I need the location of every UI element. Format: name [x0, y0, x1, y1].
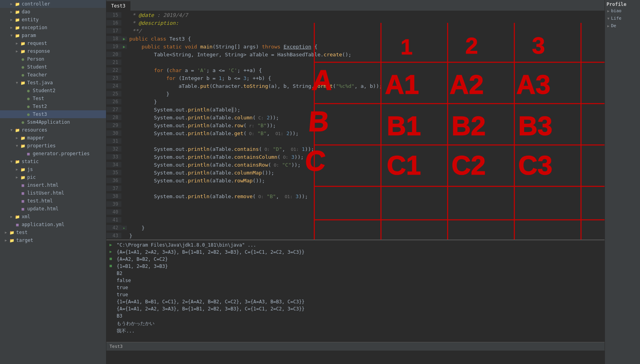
tree-arrow: ▶	[14, 167, 20, 171]
tree-item-request[interactable]: ▶ 📁 request	[0, 39, 106, 47]
line-content: System.out.println(aTable.rowMap());	[127, 178, 605, 184]
line-number: 36	[106, 178, 121, 183]
tree-arrow: ▼	[14, 81, 20, 85]
tree-item-exception[interactable]: ▶ 📁 exception	[0, 24, 106, 32]
console-line-gutter: ▶	[106, 249, 115, 254]
line-gutter: ▶	[121, 45, 127, 49]
line-number: 32	[106, 146, 121, 152]
tree-label: request	[27, 41, 47, 46]
line-number: 20	[106, 52, 121, 57]
tree-item-js[interactable]: ▶ 📁 js	[0, 165, 106, 173]
tree-item-Test[interactable]: ● Test	[0, 95, 106, 102]
tree-item-Student[interactable]: ● Student	[0, 63, 106, 71]
folder-icon: 📁	[14, 1, 20, 7]
folder-icon: 📁	[20, 40, 26, 46]
line-number: 22	[106, 67, 121, 73]
java-icon: ●	[20, 72, 26, 78]
console-line-gutter: ■	[106, 256, 115, 261]
profile-header: Profile	[605, 0, 640, 7]
tree-label: insert.html	[27, 182, 58, 188]
bottom-filename: Test3	[110, 344, 123, 349]
tree-arrow: ▶	[14, 175, 20, 179]
tree-item-Student2[interactable]: ● Student2	[0, 87, 106, 95]
run-icon: ▶	[110, 242, 112, 247]
line-number: 41	[106, 217, 121, 223]
tree-item-static[interactable]: ▼ 📁 static	[0, 158, 106, 165]
line-content: System.out.println(aTable.remove( O: "B"…	[127, 193, 605, 199]
tree-arrow: ▶	[9, 18, 14, 22]
tree-item-test[interactable]: ▶ 📁 test	[0, 228, 106, 236]
tree-item-Testjava[interactable]: ▼ 📁 Test.java	[0, 79, 106, 87]
line-content: System.out.println(aTable|);	[127, 107, 605, 113]
line-content: for (Integer b = 1; b <= 3; ++b) {	[127, 75, 605, 81]
tree-item-Test3[interactable]: ● Test3	[0, 110, 106, 118]
code-line-16: 16 * @description:	[106, 19, 605, 27]
tree-item-mapper[interactable]: ▶ 📁 mapper	[0, 134, 106, 142]
tree-item-xml[interactable]: ▶ 📁 xml	[0, 213, 106, 221]
tree-label: target	[16, 238, 33, 243]
tree-item-generatorproperties[interactable]: ■ generator.properties	[0, 150, 106, 158]
java-icon: ●	[25, 103, 32, 110]
tree-arrow: ▶	[3, 230, 9, 234]
console-line-text: もうわかったかい	[115, 320, 605, 327]
tree-item-entity[interactable]: ▶ 📁 entity	[0, 16, 106, 24]
tree-label: response	[27, 48, 50, 54]
folder-icon: 📁	[14, 214, 20, 220]
tree-label: Test.java	[27, 80, 53, 85]
console-line-text: {A=A2, B=B2, C=C2}	[115, 256, 605, 262]
tree-item-Test2[interactable]: ● Test2	[0, 102, 106, 110]
tree-item-param[interactable]: ▼ 📁 param	[0, 32, 106, 39]
tree-arrow: ▼	[9, 160, 14, 163]
console-line: true	[106, 292, 605, 299]
console-line: ■ {1=B1, 2=B2, 3=B3}	[106, 263, 605, 270]
tree-label: resources	[22, 127, 47, 133]
file-icon: ■	[20, 182, 26, 188]
panel-arrow: ▶	[607, 9, 609, 13]
line-number: 21	[106, 59, 121, 65]
tab-test3[interactable]: Test3	[106, 1, 130, 11]
console-line-text: true	[115, 292, 605, 297]
tree-item-pic[interactable]: ▶ 📁 pic	[0, 173, 106, 181]
tree-item-Teacher[interactable]: ● Teacher	[0, 71, 106, 79]
tree-item-testhtml[interactable]: ■ test.html	[0, 197, 106, 205]
tree-item-Ssm4Application[interactable]: ● Ssm4Application	[0, 118, 106, 126]
line-number: 31	[106, 138, 121, 144]
folder-icon: 📁	[14, 24, 20, 31]
right-panel-Life[interactable]: ▼Life	[605, 15, 640, 22]
console-line: {1={A=A1, B=B1, C=C1}, 2={A=A2, B=B2, C=…	[106, 299, 605, 306]
tree-item-properties[interactable]: ▼ 📁 properties	[0, 142, 106, 150]
tree-item-resources[interactable]: ▼ 📁 resources	[0, 126, 106, 134]
code-editor[interactable]: 15 * @date : 2019/4/716 * @description:1…	[106, 11, 605, 240]
tree-item-target[interactable]: ▶ 📁 target	[0, 236, 106, 244]
line-number: 24	[106, 83, 121, 89]
tree-item-response[interactable]: ▶ 📁 response	[0, 47, 106, 55]
tree-item-listUserhtml[interactable]: ■ listUser.html	[0, 189, 106, 197]
tree-item-inserthtml[interactable]: ■ insert.html	[0, 181, 106, 189]
line-number: 16	[106, 20, 121, 26]
line-number: 37	[106, 186, 121, 191]
code-line-43: 43}	[106, 232, 605, 240]
right-panel-De[interactable]: ▶De	[605, 22, 640, 30]
tree-item-controller[interactable]: ▶ 📁 controller	[0, 0, 106, 8]
right-panel-biao[interactable]: ▶biao	[605, 7, 640, 15]
tree-item-applicationyml[interactable]: ■ application.yml	[0, 221, 106, 228]
tree-item-dao[interactable]: ▶ 📁 dao	[0, 8, 106, 16]
code-line-40: 40	[106, 208, 605, 216]
code-line-21: 21	[106, 58, 605, 66]
line-number: 18	[106, 36, 121, 41]
line-number: 26	[106, 99, 121, 104]
console-line-text: {A={1=A1, 2=A2, 3=A3}, B={1=B1, 2=B2, 3=…	[115, 249, 605, 255]
code-line-32: 32 System.out.println(aTable.contains( O…	[106, 145, 605, 153]
tree-item-Person[interactable]: ● Person	[0, 55, 106, 63]
tab-label: Test3	[111, 3, 125, 9]
tree-item-updatehtml[interactable]: ■ update.html	[0, 205, 106, 213]
line-content: for (char a = 'A'; a <= 'C'; ++a) {	[127, 67, 605, 73]
code-line-15: 15 * @date : 2019/4/7	[106, 11, 605, 19]
line-number: 30	[106, 130, 121, 136]
tree-label: dao	[22, 9, 30, 15]
line-content: System.out.println(aTable.contains( O: "…	[127, 146, 605, 152]
console-line-icon: ■	[110, 256, 112, 261]
console-line: B2	[106, 270, 605, 277]
line-number: 23	[106, 75, 121, 81]
code-line-29: 29 System.out.println(aTable.row( r: "B"…	[106, 121, 605, 129]
